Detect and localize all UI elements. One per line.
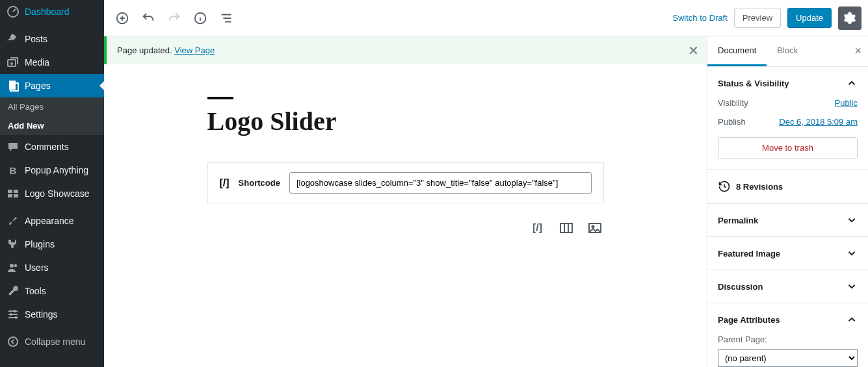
sliders-icon — [7, 308, 20, 321]
media-icon — [7, 56, 20, 69]
sidebar-label: Popup Anything — [25, 165, 88, 175]
svg-point-10 — [14, 264, 18, 268]
section-title: Page Attributes — [718, 315, 780, 325]
pages-icon — [7, 79, 20, 92]
sidebar-subitem-all-pages[interactable]: All Pages — [0, 97, 104, 116]
sidebar-label: Plugins — [25, 239, 55, 249]
comment-icon — [7, 140, 20, 153]
redo-button[interactable] — [163, 6, 186, 30]
preview-button[interactable]: Preview — [734, 8, 781, 28]
sidebar-item-settings[interactable]: Settings — [0, 303, 104, 326]
plug-icon — [7, 238, 20, 251]
section-title: Status & Visibility — [718, 79, 789, 88]
sidebar-label: Media — [25, 57, 49, 68]
update-notice: Page updated. View Page ✕ — [104, 36, 707, 64]
collapse-icon — [7, 335, 20, 348]
close-panel-button[interactable]: × — [848, 36, 868, 66]
editor-canvas: Page updated. View Page ✕ Logo Slider [/… — [104, 36, 707, 367]
sidebar-label: Settings — [25, 309, 58, 320]
section-discussion[interactable]: Discussion — [718, 281, 858, 292]
svg-rect-6 — [14, 190, 18, 193]
sidebar-label: Posts — [25, 34, 47, 44]
add-block-button[interactable] — [111, 6, 134, 30]
sidebar-item-users[interactable]: Users — [0, 256, 104, 279]
shortcode-label: Shortcode — [239, 178, 280, 188]
outline-button[interactable] — [215, 6, 238, 30]
sidebar-item-appearance[interactable]: Appearance — [0, 209, 104, 233]
sidebar-label: Pages — [25, 81, 51, 91]
notice-text: Page updated. — [117, 45, 174, 55]
sidebar-collapse[interactable]: Collapse menu — [0, 330, 104, 353]
sidebar-label: Comments — [25, 142, 69, 152]
revisions-row[interactable]: 8 Revisions — [707, 170, 868, 204]
sidebar-item-popup[interactable]: B Popup Anything — [0, 158, 104, 182]
page-title[interactable]: Logo Slider — [207, 106, 604, 136]
move-to-trash-button[interactable]: Move to trash — [718, 137, 858, 158]
svg-rect-17 — [560, 223, 572, 233]
sidebar-label: Users — [25, 262, 49, 273]
section-title: Permalink — [718, 216, 758, 225]
chevron-down-icon — [846, 281, 858, 292]
parent-page-label: Parent Page: — [718, 335, 858, 344]
sidebar-item-pages[interactable]: Pages — [0, 74, 104, 97]
sidebar-label: Appearance — [25, 216, 74, 226]
sidebar-item-media[interactable]: Media — [0, 51, 104, 74]
shortcode-input[interactable] — [289, 172, 592, 194]
sidebar-subitem-add-new[interactable]: Add New — [0, 116, 104, 135]
section-status-visibility[interactable]: Status & Visibility — [718, 77, 858, 89]
update-button[interactable]: Update — [787, 8, 832, 28]
svg-point-13 — [15, 316, 18, 319]
inserter-image-icon[interactable] — [586, 219, 604, 237]
sidebar-item-logo-showcase[interactable]: Logo Showcase — [0, 182, 104, 205]
chevron-up-icon — [846, 77, 858, 89]
admin-sidebar: Dashboard Posts Media Pages All Pages Ad… — [0, 0, 104, 367]
switch-draft-link[interactable]: Switch to Draft — [672, 13, 728, 23]
sidebar-label: Collapse menu — [25, 336, 85, 347]
publish-label: Publish — [718, 117, 746, 127]
chevron-up-icon — [846, 314, 858, 325]
sidebar-label: Dashboard — [25, 6, 70, 17]
section-page-attributes[interactable]: Page Attributes — [718, 314, 858, 325]
settings-toggle-button[interactable] — [838, 6, 861, 30]
history-icon — [718, 180, 731, 193]
inserter-columns-icon[interactable] — [557, 219, 575, 237]
settings-panel: Document Block × Status & Visibility Vis… — [707, 36, 868, 367]
sidebar-label: Logo Showcase — [25, 188, 90, 199]
svg-point-14 — [8, 337, 18, 346]
view-page-link[interactable]: View Page — [174, 45, 215, 55]
shortcode-block[interactable]: [/] Shortcode — [207, 162, 604, 203]
sidebar-item-dashboard[interactable]: Dashboard — [0, 0, 104, 23]
svg-rect-5 — [8, 190, 12, 193]
undo-button[interactable] — [137, 6, 160, 30]
sidebar-submenu-pages: All Pages Add New — [0, 97, 104, 135]
inserter-shortcode-icon[interactable]: [/] — [529, 219, 547, 237]
section-featured-image[interactable]: Featured Image — [718, 247, 858, 259]
main-area: Switch to Draft Preview Update Page upda… — [104, 0, 868, 367]
parent-page-select[interactable]: (no parent) — [718, 349, 858, 367]
tab-document[interactable]: Document — [707, 36, 767, 66]
info-button[interactable] — [189, 6, 212, 30]
brush-icon — [7, 214, 20, 227]
tab-block[interactable]: Block — [767, 36, 808, 66]
sidebar-item-posts[interactable]: Posts — [0, 27, 104, 51]
wrench-icon — [7, 285, 20, 297]
section-title: Featured Image — [718, 249, 780, 259]
section-title: Discussion — [718, 282, 763, 292]
sidebar-item-comments[interactable]: Comments — [0, 135, 104, 158]
sidebar-item-plugins[interactable]: Plugins — [0, 233, 104, 256]
visibility-value-link[interactable]: Public — [835, 98, 858, 108]
showcase-icon — [7, 187, 20, 200]
section-permalink[interactable]: Permalink — [718, 214, 858, 226]
svg-point-12 — [10, 313, 12, 316]
dismiss-notice-button[interactable]: ✕ — [688, 43, 699, 58]
shortcode-icon: [/] — [220, 177, 230, 189]
publish-value-link[interactable]: Dec 6, 2018 5:09 am — [779, 117, 858, 127]
dashboard-icon — [7, 5, 20, 18]
visibility-label: Visibility — [718, 98, 748, 108]
sidebar-label: Tools — [25, 286, 46, 296]
sidebar-item-tools[interactable]: Tools — [0, 279, 104, 303]
pin-icon — [7, 32, 20, 45]
svg-rect-8 — [14, 194, 18, 197]
popup-icon: B — [7, 164, 20, 177]
svg-rect-7 — [8, 194, 12, 197]
